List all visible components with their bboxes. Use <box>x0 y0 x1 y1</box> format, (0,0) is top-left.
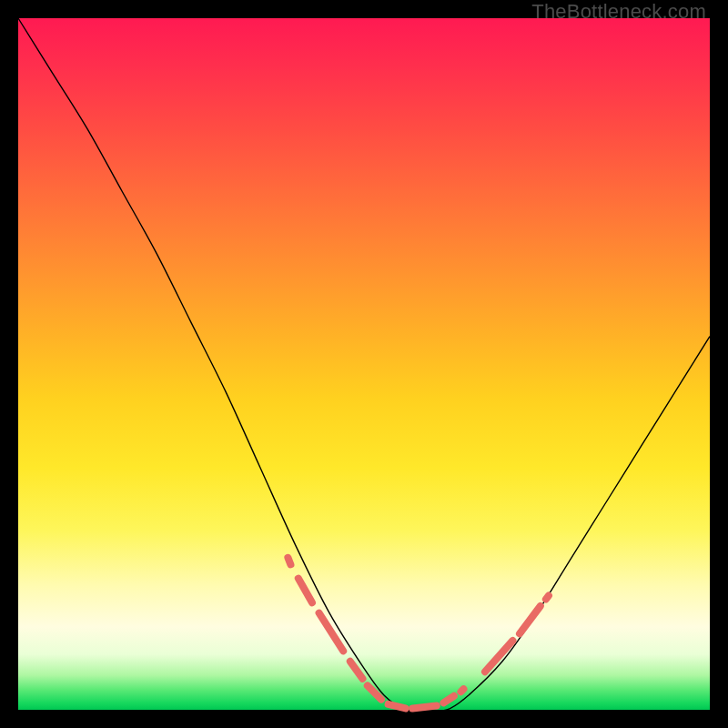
highlight-dash <box>520 606 541 633</box>
highlight-dash <box>485 641 512 672</box>
bottleneck-curve <box>18 18 710 711</box>
highlight-dash <box>389 704 406 709</box>
plot-area <box>18 18 710 710</box>
optimal-range-markers <box>288 558 549 709</box>
highlight-dash <box>460 689 463 692</box>
highlight-dash <box>412 705 437 708</box>
highlight-dash <box>298 579 312 603</box>
highlight-dash <box>546 596 549 600</box>
highlight-dash <box>443 696 453 703</box>
highlight-dash <box>288 558 290 565</box>
chart-frame: TheBottleneck.com <box>0 0 728 728</box>
highlight-dash <box>319 613 344 652</box>
curve-svg <box>18 18 710 710</box>
highlight-dash <box>368 685 381 699</box>
